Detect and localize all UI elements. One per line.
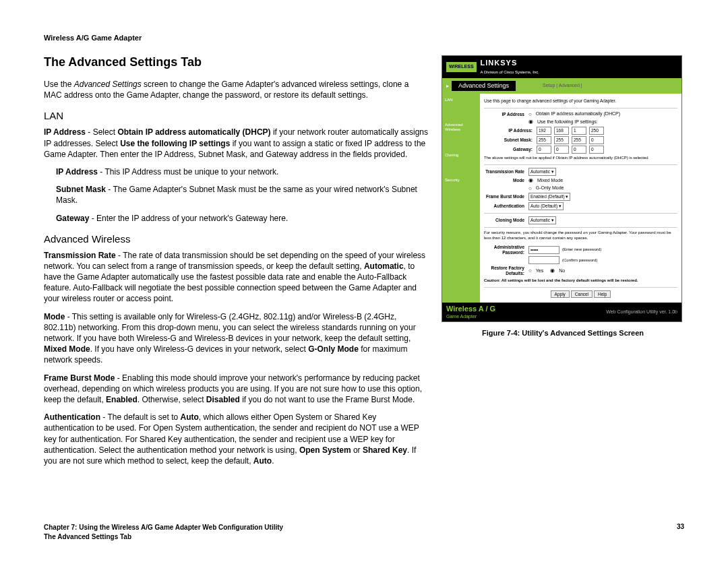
wireless-badge: WIRELESS bbox=[446, 62, 477, 71]
sm-4[interactable]: 0 bbox=[589, 136, 604, 144]
page-title: The Advanced Settings Tab bbox=[44, 55, 428, 69]
ip-address-sub: IP Address - This IP Address must be uni… bbox=[56, 166, 428, 177]
cloning-select[interactable]: Automatic ▾ bbox=[528, 216, 556, 224]
footer-version: Web Configuration Utility ver. 1.0b bbox=[606, 309, 677, 315]
sidebar-security: Security bbox=[445, 178, 477, 183]
sm-3[interactable]: 255 bbox=[572, 136, 586, 144]
nav-title: Advanced Settings bbox=[452, 81, 516, 91]
footer-brand: Wireless A / G bbox=[446, 305, 495, 313]
ip-1[interactable]: 192 bbox=[537, 127, 551, 135]
doc-header: Wireless A/G Game Adapter bbox=[44, 34, 684, 42]
lan-ip-paragraph: IP Address - Select Obtain IP address au… bbox=[44, 127, 428, 160]
cancel-button[interactable]: Cancel bbox=[571, 290, 593, 298]
sidebar-lan: LAN bbox=[445, 98, 477, 102]
apply-button[interactable]: Apply bbox=[551, 290, 570, 298]
gw-1[interactable]: 0 bbox=[537, 146, 551, 154]
sm-1[interactable]: 255 bbox=[537, 136, 551, 144]
sidebar-cloning: Cloning bbox=[445, 153, 477, 158]
radio-gonly[interactable]: ○ bbox=[528, 185, 532, 192]
mode-paragraph: Mode - This setting is available only fo… bbox=[44, 311, 428, 366]
page-number: 33 bbox=[677, 523, 684, 542]
figure-column: WIRELESS LINKSYS A Division of Cisco Sys… bbox=[442, 55, 684, 473]
ip-4[interactable]: 250 bbox=[589, 127, 604, 135]
advanced-wireless-heading: Advanced Wireless bbox=[44, 233, 428, 245]
pw-1[interactable]: ••••• bbox=[528, 246, 559, 254]
gw-4[interactable]: 0 bbox=[589, 146, 604, 154]
subnet-sub: Subnet Mask - The Game Adapter's Subnet … bbox=[56, 184, 428, 206]
transmission-rate-paragraph: Transmission Rate - The rate of data tra… bbox=[44, 250, 428, 305]
gw-2[interactable]: 0 bbox=[554, 146, 569, 154]
radio-yes[interactable]: ○ bbox=[528, 268, 532, 274]
txrate-select[interactable]: Automatic ▾ bbox=[528, 168, 556, 176]
figure-caption: Figure 7-4: Utility's Advanced Settings … bbox=[442, 329, 684, 337]
ip-3[interactable]: 1 bbox=[572, 127, 586, 135]
lan-heading: LAN bbox=[44, 110, 428, 121]
gateway-sub: Gateway - Enter the IP address of your n… bbox=[56, 213, 428, 224]
pw-2[interactable] bbox=[528, 256, 559, 264]
help-button[interactable]: Help bbox=[594, 290, 611, 298]
frame-burst-paragraph: Frame Burst Mode - Enabling this mode sh… bbox=[44, 373, 428, 406]
radio-static[interactable]: ◉ bbox=[528, 119, 533, 125]
intro-paragraph: Use the Advanced Settings screen to chan… bbox=[44, 79, 428, 100]
sidebar-aw: Advanced Wireless bbox=[445, 123, 477, 132]
gw-3[interactable]: 0 bbox=[572, 146, 586, 154]
utility-screenshot: WIRELESS LINKSYS A Division of Cisco Sys… bbox=[442, 55, 682, 322]
nav-links: Setup | Advanced | bbox=[543, 83, 582, 88]
radio-dhcp[interactable]: ○ bbox=[528, 111, 532, 118]
sm-2[interactable]: 255 bbox=[554, 136, 569, 144]
auth-select[interactable]: Auto (Default) ▾ bbox=[528, 202, 564, 210]
footer-section: The Advanced Settings Tab bbox=[44, 532, 283, 542]
fbm-select[interactable]: Enabled (Default) ▾ bbox=[528, 193, 570, 201]
radio-mixed[interactable]: ◉ bbox=[528, 177, 533, 184]
main-text-column: The Advanced Settings Tab Use the Advanc… bbox=[44, 55, 428, 473]
ip-2[interactable]: 168 bbox=[554, 127, 569, 135]
authentication-paragraph: Authentication - The default is set to A… bbox=[44, 412, 428, 466]
footer-chapter: Chapter 7: Using the Wireless A/G Game A… bbox=[44, 523, 283, 532]
linksys-logo: LINKSYS bbox=[481, 59, 518, 67]
radio-no[interactable]: ◉ bbox=[550, 268, 555, 274]
